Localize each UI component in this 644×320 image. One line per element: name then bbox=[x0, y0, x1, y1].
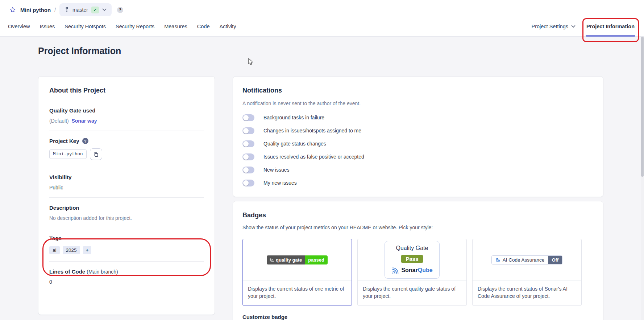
project-key-help-icon[interactable]: ? bbox=[82, 138, 88, 144]
toggle-knob bbox=[243, 154, 249, 160]
metric-shield-badge: quality gate passed bbox=[267, 255, 328, 264]
notifications-card: Notifications A notification is never se… bbox=[233, 76, 603, 197]
notifications-list: Background tasks in failure Changes in i… bbox=[242, 111, 594, 189]
visibility-label: Visibility bbox=[49, 174, 204, 180]
tab-overview[interactable]: Overview bbox=[8, 24, 30, 29]
badge-style-options: quality gate passed Displays the current… bbox=[242, 239, 594, 306]
quality-gate-pass-badge: Pass bbox=[401, 255, 423, 263]
add-tag-button[interactable]: + bbox=[83, 246, 92, 254]
favorite-star-icon[interactable] bbox=[9, 7, 16, 13]
toggle-knob bbox=[243, 141, 249, 147]
tab-security-reports[interactable]: Security Reports bbox=[116, 24, 154, 29]
toggle-knob bbox=[243, 128, 249, 134]
notification-row: Background tasks in failure bbox=[242, 111, 594, 124]
description-section: Description No description added for thi… bbox=[49, 198, 204, 228]
notification-label: Background tasks in failure bbox=[263, 115, 324, 120]
tags-label: Tags bbox=[49, 235, 204, 241]
tab-activity[interactable]: Activity bbox=[220, 24, 236, 29]
project-settings-menu[interactable]: Project Settings bbox=[532, 24, 576, 29]
toggle-changes-assigned[interactable] bbox=[242, 127, 254, 134]
tab-measures[interactable]: Measures bbox=[164, 24, 187, 29]
shield-right-label: passed bbox=[305, 255, 328, 264]
badge-option-metric[interactable]: quality gate passed Displays the current… bbox=[242, 239, 352, 306]
notification-row: Quality gate status changes bbox=[242, 137, 594, 150]
sonarqube-wave-icon bbox=[391, 266, 399, 274]
notification-row: My new issues bbox=[242, 176, 594, 189]
toggle-my-new-issues[interactable] bbox=[242, 180, 254, 186]
shield-left-label: quality gate bbox=[276, 257, 302, 263]
project-key-section: Project Key ? Mini-python bbox=[49, 131, 204, 167]
description-value: No description added for this project. bbox=[49, 215, 204, 221]
branch-icon bbox=[65, 7, 69, 13]
lines-of-code-qualifier: (Main branch) bbox=[87, 269, 118, 275]
visibility-value: Public bbox=[49, 185, 204, 190]
branch-name: master bbox=[72, 7, 88, 13]
tab-project-information-label: Project Information bbox=[586, 24, 635, 29]
tag-pill[interactable]: 2025 bbox=[63, 246, 80, 254]
tab-issues[interactable]: Issues bbox=[40, 24, 55, 29]
brand-qube: Qube bbox=[418, 267, 433, 273]
brand-sonar: Sonar bbox=[401, 267, 417, 273]
lines-of-code-value: 0 bbox=[49, 279, 204, 285]
toggle-background-tasks[interactable] bbox=[242, 114, 254, 121]
breadcrumb-separator: / bbox=[54, 7, 56, 13]
quality-gate-badge-title: Quality Gate bbox=[396, 245, 428, 251]
notification-row: Issues resolved as false positive or acc… bbox=[242, 150, 594, 163]
badges-title: Badges bbox=[242, 212, 594, 219]
lines-of-code-label: Lines of Code bbox=[49, 268, 85, 275]
description-label: Description bbox=[49, 205, 204, 211]
sonar-wave-icon bbox=[495, 257, 500, 262]
quality-gate-section: Quality Gate used (Default) Sonar way bbox=[49, 107, 204, 131]
badges-card: Badges Show the status of your project m… bbox=[233, 201, 603, 320]
project-key-label: Project Key bbox=[49, 138, 79, 144]
copy-icon bbox=[93, 152, 99, 157]
active-tab-underline bbox=[586, 35, 635, 37]
scrollbar-track bbox=[641, 37, 644, 320]
badge-option-description: Displays the current status of one metri… bbox=[243, 280, 352, 305]
toggle-issues-resolved[interactable] bbox=[242, 153, 254, 160]
badge-option-description: Displays the current status of Sonar's A… bbox=[473, 280, 581, 305]
badge-option-quality-gate[interactable]: Quality Gate Pass SonarQube bbox=[357, 239, 467, 306]
notification-row: Changes in issues/hotspots assigned to m… bbox=[242, 124, 594, 137]
badge-option-ai-code-assurance[interactable]: AI Code Assurance Off Displays the curre… bbox=[472, 239, 582, 306]
notification-label: Changes in issues/hotspots assigned to m… bbox=[263, 128, 361, 134]
toggle-knob bbox=[243, 167, 249, 173]
tab-code[interactable]: Code bbox=[197, 24, 210, 29]
toggle-quality-gate-status[interactable] bbox=[242, 140, 254, 147]
quality-gate-link[interactable]: Sonar way bbox=[71, 118, 97, 124]
notifications-title: Notifications bbox=[242, 87, 594, 94]
quality-gate-card-badge: Quality Gate Pass SonarQube bbox=[385, 241, 439, 279]
page-title: Project Information bbox=[38, 46, 121, 56]
branch-selector[interactable]: master ✓ bbox=[59, 3, 112, 16]
breadcrumb-project-link[interactable]: Mini python bbox=[20, 7, 51, 13]
badge-option-description: Displays the current quality gate status… bbox=[358, 280, 466, 305]
tags-section: Tags ai 2025 + bbox=[49, 228, 204, 262]
branch-status-check-icon: ✓ bbox=[91, 7, 99, 13]
customize-badge-label: Customize badge bbox=[242, 314, 594, 320]
copy-project-key-button[interactable] bbox=[90, 148, 102, 160]
branch-help-icon[interactable]: ? bbox=[117, 7, 123, 13]
breadcrumb: Mini python / master ✓ ? bbox=[9, 3, 123, 16]
about-card-title: About this Project bbox=[49, 87, 204, 94]
tag-pill[interactable]: ai bbox=[49, 246, 60, 254]
quality-gate-default: (Default) bbox=[49, 118, 69, 124]
notification-label: Issues resolved as false positive or acc… bbox=[263, 154, 364, 160]
notification-label: My new issues bbox=[263, 180, 297, 186]
scrollbar-thumb[interactable] bbox=[641, 37, 644, 177]
toggle-new-issues[interactable] bbox=[242, 167, 254, 173]
chevron-down-icon bbox=[102, 8, 107, 11]
project-settings-label: Project Settings bbox=[532, 24, 569, 29]
project-key-value: Mini-python bbox=[49, 149, 87, 159]
tab-security-hotspots[interactable]: Security Hotspots bbox=[65, 24, 106, 29]
quality-gate-label: Quality Gate used bbox=[49, 107, 204, 114]
mouse-cursor bbox=[248, 58, 254, 66]
ai-badge-label: AI Code Assurance bbox=[503, 257, 545, 263]
toggle-knob bbox=[243, 115, 249, 120]
badges-intro: Show the status of your project metrics … bbox=[242, 225, 594, 230]
toggle-knob bbox=[243, 180, 249, 186]
chevron-down-icon bbox=[571, 25, 576, 28]
ai-badge-off-label: Off bbox=[548, 256, 562, 264]
tab-project-information[interactable]: Project Information bbox=[586, 24, 635, 29]
lines-of-code-section: Lines of Code (Main branch) 0 bbox=[49, 262, 204, 292]
sonar-wave-icon bbox=[269, 258, 274, 262]
